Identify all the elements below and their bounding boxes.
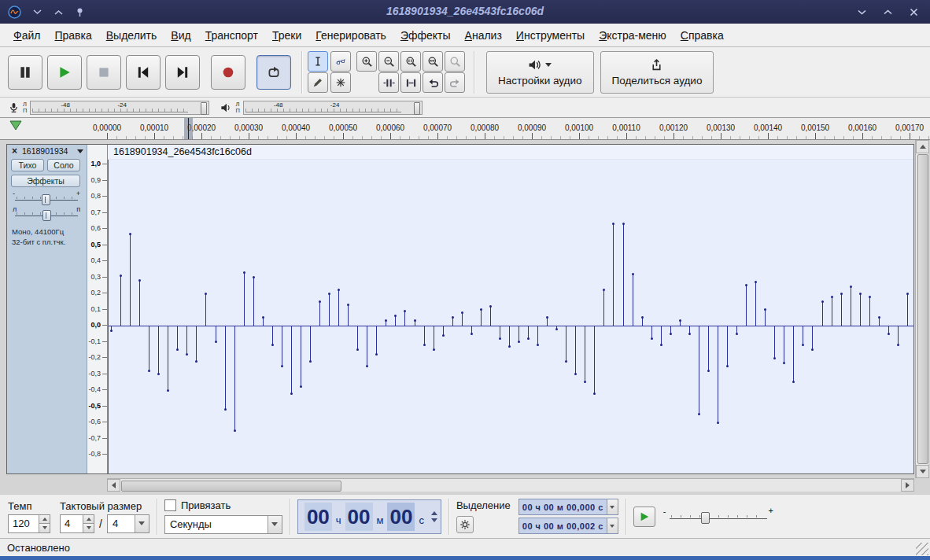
toolbar-separator <box>474 51 474 94</box>
zoom-selection-button[interactable] <box>400 51 421 72</box>
menu-item[interactable]: Файл <box>6 26 47 45</box>
timesig-lower-combo[interactable]: 4 <box>107 514 149 533</box>
share-icon <box>650 58 663 72</box>
draw-tool-button[interactable] <box>308 72 328 93</box>
time-seconds[interactable]: 00 <box>387 503 415 531</box>
sample-dot <box>574 373 577 375</box>
skip-to-start-button[interactable] <box>126 55 161 90</box>
menu-item[interactable]: Генерировать <box>308 26 393 45</box>
vertical-scroll-thumb[interactable] <box>917 154 928 464</box>
zoom-fit-button[interactable] <box>423 51 443 72</box>
resize-grip[interactable] <box>916 543 928 555</box>
menu-item[interactable]: Инструменты <box>509 26 592 45</box>
selection-settings-button[interactable] <box>456 516 474 533</box>
record-button[interactable] <box>211 55 245 90</box>
snap-checkbox[interactable] <box>164 499 176 511</box>
multi-tool-button[interactable] <box>330 72 351 93</box>
selection-tool-button[interactable] <box>308 51 328 72</box>
snap-checkbox-row[interactable]: Привязать <box>164 499 282 511</box>
track-name[interactable]: 1618901934 <box>22 146 74 156</box>
waveform-canvas[interactable] <box>108 160 913 473</box>
playback-meter-bar[interactable]: -48 -24 <box>243 101 423 115</box>
gain-slider-thumb[interactable] <box>42 194 50 205</box>
scroll-up-button[interactable] <box>916 140 929 153</box>
time-spinner[interactable] <box>431 511 437 522</box>
selection-end-field[interactable]: 00 ч 00 м 00,002 с <box>519 518 618 534</box>
playback-meter[interactable]: Л П -48 -24 <box>220 101 422 115</box>
pause-button[interactable] <box>8 55 42 90</box>
menu-item[interactable]: Выделить <box>99 26 164 45</box>
track-close-button[interactable]: × <box>10 146 19 156</box>
sample-dot <box>452 316 454 319</box>
scroll-down-button[interactable] <box>916 465 929 478</box>
solo-button[interactable]: Соло <box>47 159 80 171</box>
horizontal-scrollbar[interactable] <box>107 478 914 492</box>
menu-item[interactable]: Справка <box>674 26 731 45</box>
units-combo[interactable]: Секунды <box>164 515 282 534</box>
trim-audio-button[interactable] <box>378 72 399 93</box>
sample-dot <box>234 429 236 432</box>
redo-button[interactable] <box>445 72 465 93</box>
redo-icon <box>449 77 461 89</box>
vruler-label: 0,3 <box>90 273 101 281</box>
scroll-left-button[interactable] <box>107 479 120 492</box>
envelope-tool-button[interactable] <box>330 51 351 72</box>
timesig-upper-spinbox[interactable]: 4 <box>60 514 94 533</box>
meter-handle[interactable] <box>414 102 420 115</box>
window-keep-above-icon[interactable] <box>54 7 64 17</box>
horizontal-scroll-thumb[interactable] <box>121 481 341 492</box>
play-at-speed-button[interactable] <box>633 507 655 527</box>
sample-dot <box>527 337 530 340</box>
timeline-ruler[interactable]: 0,000000,000100,000200,000300,000400,000… <box>0 118 930 140</box>
play-marker-icon[interactable] <box>9 120 22 131</box>
recording-meter-bar[interactable]: -48 -24 <box>30 101 209 115</box>
menu-item[interactable]: Вид <box>164 26 197 45</box>
stop-button[interactable] <box>87 55 121 90</box>
effects-button[interactable]: Эффекты <box>11 175 80 187</box>
audio-setup-button[interactable]: Настройки аудио <box>486 51 594 94</box>
window-shade-icon[interactable] <box>32 7 42 17</box>
time-minutes[interactable]: 00 <box>345 503 373 531</box>
zoom-out-button[interactable] <box>378 51 399 72</box>
menu-item[interactable]: Правка <box>47 26 98 45</box>
time-signature-toolbar: Темп 120 Тактовый размер 4 / 4 <box>8 500 149 533</box>
vruler-label: 0,1 <box>90 305 101 313</box>
minimize-button[interactable] <box>857 7 867 17</box>
toolbar-separator <box>301 51 302 94</box>
playback-speed-slider[interactable]: - + <box>663 509 773 525</box>
clip-title[interactable]: 1618901934_26e4543fc16c06d <box>108 145 913 160</box>
zoom-toggle-button[interactable] <box>445 51 465 72</box>
meter-handle[interactable] <box>201 102 207 115</box>
title-bar[interactable]: 1618901934_26e4543fc16c06d <box>0 0 930 24</box>
silence-audio-button[interactable] <box>400 72 421 93</box>
selection-start-field[interactable]: 00 ч 00 м 00,000 с <box>519 499 618 515</box>
scroll-right-button[interactable] <box>901 479 914 492</box>
vertical-ruler[interactable]: 1,00,90,80,70,60,50,40,30,20,10,0-0,1-0,… <box>87 145 108 473</box>
skip-to-end-button[interactable] <box>165 55 200 90</box>
maximize-button[interactable] <box>883 7 893 17</box>
track-menu-caret-icon[interactable] <box>77 149 83 153</box>
vertical-scrollbar[interactable] <box>915 140 928 478</box>
gain-slider[interactable]: - + <box>12 191 81 204</box>
pan-slider[interactable]: л п <box>12 207 81 220</box>
menu-item[interactable]: Анализ <box>458 26 509 45</box>
undo-button[interactable] <box>423 72 443 93</box>
menu-item[interactable]: Треки <box>265 26 308 45</box>
mute-button[interactable]: Тихо <box>11 159 44 171</box>
speed-slider-thumb[interactable] <box>701 512 710 524</box>
close-button[interactable] <box>909 7 919 17</box>
loop-button[interactable] <box>256 55 291 90</box>
tempo-spinbox[interactable]: 120 <box>8 514 50 533</box>
sample-stem <box>594 326 595 393</box>
share-audio-button[interactable]: Поделиться аудио <box>600 51 714 94</box>
window-pin-icon[interactable] <box>75 7 85 17</box>
play-button[interactable] <box>47 55 82 90</box>
menu-item[interactable]: Транспорт <box>198 26 265 45</box>
audio-position-display[interactable]: 00 ч 00 м 00 с <box>297 499 441 534</box>
menu-item[interactable]: Экстра-меню <box>592 26 674 45</box>
time-hours[interactable]: 00 <box>304 503 332 531</box>
pan-slider-thumb[interactable] <box>42 210 51 221</box>
menu-item[interactable]: Эффекты <box>393 26 458 45</box>
zoom-in-button[interactable] <box>356 51 377 72</box>
recording-meter[interactable]: Л П -48 -24 <box>8 101 209 115</box>
